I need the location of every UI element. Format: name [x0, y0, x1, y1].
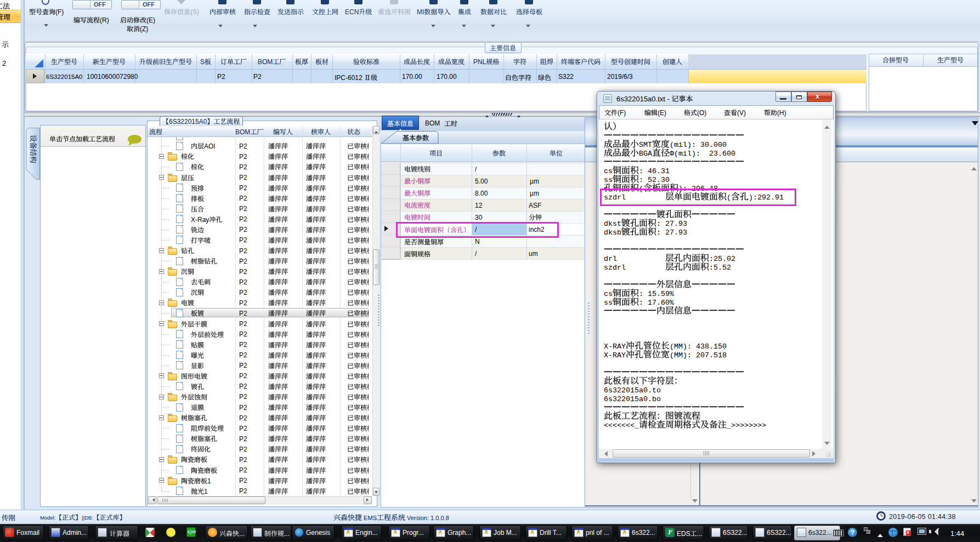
svg-text:(E): (E) — [146, 16, 155, 24]
svg-text:X-RAY: X-RAY — [604, 351, 626, 360]
svg-text:(F): (F) — [618, 109, 626, 117]
svg-text:EDS: EDS — [677, 530, 690, 538]
svg-text:6S322015A0: 6S322015A0 — [169, 118, 207, 125]
svg-text:IPC-6012: IPC-6012 — [335, 74, 364, 82]
svg-text:Model:: Model: — [40, 515, 55, 521]
svg-text:1: 1 — [204, 488, 208, 495]
svg-text:EMS: EMS — [362, 515, 377, 521]
svg-text:AOI: AOI — [204, 142, 216, 150]
svg-text:PNL: PNL — [473, 58, 486, 66]
svg-text:(R): (R) — [100, 16, 109, 24]
svg-text:Version: 1.0.0.8: Version: 1.0.0.8 — [405, 515, 449, 521]
svg-text:6s322015a0.txt -: 6s322015a0.txt - — [616, 95, 671, 103]
svg-text:(F): (F) — [55, 8, 64, 16]
svg-text:...: ... — [284, 530, 290, 538]
svg-text:...: ... — [697, 530, 703, 538]
svg-text:(V): (V) — [737, 109, 746, 117]
svg-text:MI: MI — [417, 8, 424, 16]
svg-text:||DB:: ||DB: — [82, 515, 93, 521]
svg-text:S: S — [200, 58, 205, 66]
svg-text:ECN: ECN — [345, 8, 359, 16]
svg-text:szdrl: szdrl — [604, 264, 665, 272]
svg-text:(O): (O) — [697, 109, 706, 117]
svg-text:...: ... — [239, 530, 245, 538]
svg-text:(MM): 207.518: (MM): 207.518 — [670, 351, 727, 360]
svg-text:(H): (H) — [777, 109, 786, 117]
svg-text:_>>>>>>>>: _>>>>>>>> — [726, 421, 766, 430]
svg-text:BOM: BOM — [235, 128, 250, 136]
svg-text:<<<<<<<_: <<<<<<<_ — [604, 421, 639, 430]
svg-text:(E): (E) — [658, 109, 666, 117]
svg-text:(S): (S) — [190, 8, 199, 16]
svg-text:(Z): (Z) — [140, 25, 148, 33]
svg-text:dksb: dksb — [604, 229, 621, 237]
svg-text:1: 1 — [207, 477, 211, 485]
svg-text::5.52: :5.52 — [709, 264, 731, 272]
svg-text:X-Ray: X-Ray — [191, 216, 209, 224]
svg-text:BOM: BOM — [258, 58, 273, 66]
svg-text:: 27.93: : 27.93 — [656, 229, 687, 237]
